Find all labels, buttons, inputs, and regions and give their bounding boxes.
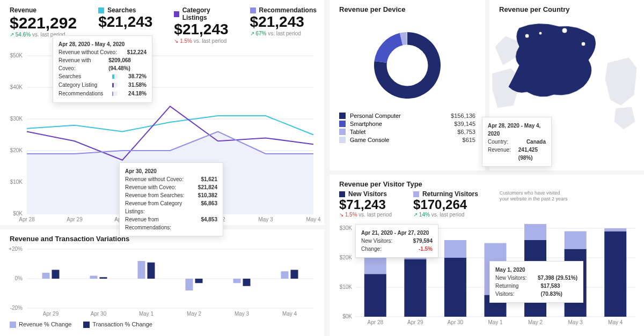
svg-rect-26 [42,273,50,279]
kpi-total-value: $221,292 [10,14,77,32]
device-title: Revenue per Device [330,0,485,14]
svg-rect-56 [364,274,386,317]
svg-text:$20K: $20K [340,255,353,260]
visitor-title: Revenue per Visitor Type [330,175,644,189]
variations-legend: Revenue % Change Transaction % Change [0,319,324,330]
variations-bar-chart[interactable]: -20%0%+20%Apr 29Apr 30May 1May 2May 3May… [0,244,324,319]
svg-rect-32 [138,261,145,279]
tooltip-revenue-range: Apr 28, 2020 - May 4, 2020 Revenue witho… [53,35,152,103]
legend-swatch [98,8,104,13]
svg-point-46 [562,28,567,33]
svg-text:0%: 0% [15,275,23,281]
svg-text:May 4: May 4 [306,216,321,222]
svg-text:May 3: May 3 [235,311,250,317]
svg-rect-59 [404,259,426,317]
svg-text:May 4: May 4 [282,311,297,317]
svg-rect-38 [233,279,241,283]
svg-rect-35 [186,279,193,290]
svg-text:$10K: $10K [340,284,353,290]
svg-text:$0K: $0K [13,211,23,216]
svg-rect-29 [90,276,98,279]
svg-point-44 [525,34,529,38]
kpi-returning-visitors: Returning Visitors $170,264 ↗ 14% vs. la… [413,190,478,218]
svg-text:-20%: -20% [10,305,23,311]
device-panel: Revenue per Device Personal Computer$156… [330,0,485,170]
svg-text:Apr 29: Apr 29 [407,319,423,325]
svg-rect-75 [604,228,626,232]
tooltip-visitor-range: Apr 21, 2020 - Apr 27, 2020 New Visitors… [355,224,438,258]
svg-point-47 [581,42,586,46]
tooltip-visitor-day: May 1, 2020 New Visitors:$7,398 (29.51%)… [489,261,583,303]
device-table: Personal Computer$156,136Smartphone$39,1… [330,113,485,143]
svg-text:$10K: $10K [10,179,23,185]
svg-rect-72 [565,232,587,249]
tooltip-country: Apr 28, 2020 - May 4, 2020 Country:Canad… [482,117,552,167]
svg-rect-62 [444,258,466,317]
svg-text:May 4: May 4 [608,319,623,325]
device-donut-chart[interactable] [330,14,485,111]
svg-rect-63 [444,240,466,258]
svg-rect-69 [524,224,546,240]
svg-text:May 2: May 2 [187,311,202,317]
kpi-total-label: Revenue [10,6,77,14]
svg-point-45 [539,32,542,35]
kpi-recs: Recommendations $21,243 ↗ 67% vs. last p… [250,6,317,44]
country-title: Revenue per Country [489,0,644,14]
svg-text:$50K: $50K [10,53,23,58]
visitor-hint: Customers who have visited your website … [500,190,569,218]
svg-text:Apr 28: Apr 28 [19,216,35,222]
svg-rect-33 [148,263,155,279]
svg-text:Apr 29: Apr 29 [67,216,83,222]
kpi-category: Category Listings $21,243 ↘ 1.5% vs. las… [174,6,228,44]
svg-text:May 3: May 3 [258,216,273,222]
svg-text:$30K: $30K [340,225,353,231]
svg-text:Apr 28: Apr 28 [368,319,384,325]
svg-text:$0K: $0K [342,313,352,319]
svg-rect-30 [100,277,107,279]
svg-text:$30K: $30K [10,116,23,122]
svg-rect-41 [281,271,289,279]
svg-text:May 1: May 1 [139,311,154,317]
svg-text:+20%: +20% [9,246,23,252]
svg-text:May 2: May 2 [528,319,543,325]
svg-text:$40K: $40K [10,84,23,90]
svg-text:Apr 29: Apr 29 [43,311,59,317]
svg-text:May 3: May 3 [568,319,583,325]
svg-text:$20K: $20K [10,147,23,153]
svg-text:Apr 30: Apr 30 [448,319,464,325]
tooltip-revenue-day: Apr 30, 2020 Revenue without Coveo:$1,62… [119,162,223,236]
kpi-new-visitors: New Visitors $71,243 ↘ 1.5% vs. last per… [339,190,392,218]
svg-rect-27 [52,270,60,279]
variations-panel: Revenue and Transaction Variations -20%0… [0,229,324,336]
svg-text:Apr 30: Apr 30 [91,311,107,317]
svg-rect-42 [291,270,298,279]
svg-rect-36 [195,279,203,283]
svg-text:May 1: May 1 [488,319,503,325]
svg-rect-74 [604,232,626,317]
svg-rect-39 [243,279,251,286]
